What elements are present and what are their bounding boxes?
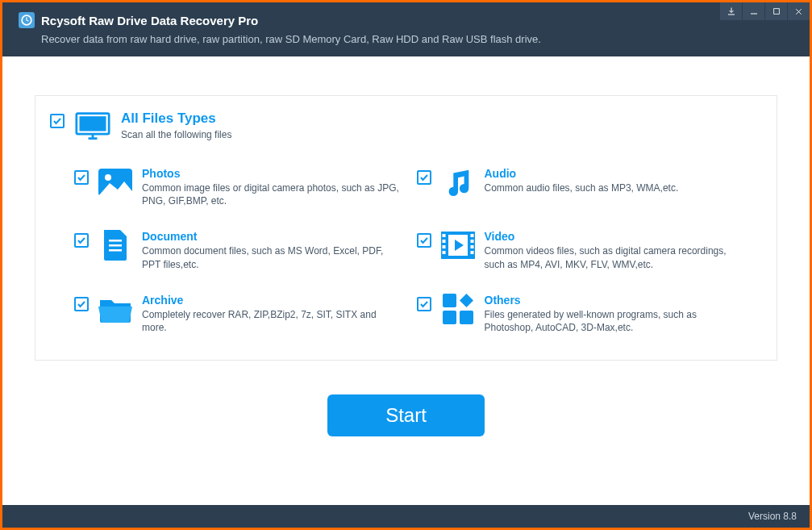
- category-video: Video Common videos files, such as digit…: [417, 230, 760, 270]
- category-document: Document Common document files, such as …: [74, 230, 417, 270]
- svg-rect-23: [470, 245, 473, 248]
- svg-rect-19: [442, 245, 445, 248]
- svg-rect-26: [443, 294, 456, 307]
- photos-icon: [98, 167, 132, 198]
- svg-rect-6: [80, 116, 106, 131]
- svg-rect-12: [109, 244, 122, 247]
- checkbox-all[interactable]: [50, 114, 65, 128]
- category-archive-title: Archive: [142, 294, 401, 307]
- close-button[interactable]: [787, 2, 810, 20]
- file-types-panel: All Files Types Scan all the following f…: [35, 95, 777, 361]
- category-photos: Photos Common image files or digital cam…: [74, 167, 417, 207]
- svg-rect-22: [470, 240, 473, 243]
- svg-rect-27: [460, 311, 473, 324]
- category-audio-desc: Common audio files, such as MP3, WMA,etc…: [485, 182, 743, 194]
- svg-point-10: [105, 174, 111, 181]
- download-button[interactable]: [719, 2, 742, 20]
- category-all: All Files Types Scan all the following f…: [50, 111, 759, 143]
- category-document-desc: Common document files, such as MS Word, …: [142, 244, 401, 270]
- checkbox-audio[interactable]: [417, 170, 431, 185]
- checkbox-photos[interactable]: [74, 170, 89, 185]
- category-video-title: Video: [485, 230, 743, 243]
- app-subtitle: Recover data from raw hard drive, raw pa…: [41, 33, 793, 45]
- svg-rect-24: [470, 251, 473, 254]
- others-icon: [441, 294, 475, 324]
- svg-rect-11: [109, 240, 122, 242]
- svg-rect-2: [773, 9, 779, 15]
- category-document-title: Document: [142, 230, 401, 243]
- category-audio: Audio Common audio files, such as MP3, W…: [417, 167, 760, 207]
- category-all-title: All Files Types: [121, 111, 759, 127]
- checkbox-document[interactable]: [74, 233, 89, 248]
- video-icon: [441, 230, 475, 261]
- svg-rect-28: [443, 311, 456, 324]
- monitor-icon: [74, 111, 111, 143]
- window-controls: [719, 2, 810, 20]
- title-bar: Rcysoft Raw Drive Data Recovery Pro Reco…: [2, 2, 810, 56]
- category-archive: Archive Completely recover RAR, ZIP,BZip…: [74, 294, 417, 334]
- category-photos-title: Photos: [142, 167, 401, 180]
- category-others-title: Others: [485, 294, 743, 307]
- category-others: Others Files generated by well-known pro…: [417, 294, 760, 334]
- archive-icon: [98, 294, 132, 324]
- checkbox-archive[interactable]: [74, 297, 89, 311]
- app-title: Rcysoft Raw Drive Data Recovery Pro: [41, 14, 258, 27]
- svg-rect-13: [109, 249, 122, 252]
- svg-rect-21: [470, 234, 473, 237]
- main-content: All Files Types Scan all the following f…: [2, 56, 810, 436]
- category-photos-desc: Common image files or digital camera pho…: [142, 182, 401, 207]
- svg-rect-20: [442, 251, 445, 254]
- checkbox-others[interactable]: [417, 297, 431, 311]
- app-logo-icon: [19, 12, 35, 28]
- checkbox-video[interactable]: [417, 233, 431, 248]
- minimize-button[interactable]: [742, 2, 764, 20]
- category-archive-desc: Completely recover RAR, ZIP,BZip2, 7z, S…: [142, 308, 401, 334]
- category-video-desc: Common videos files, such as digital cam…: [485, 244, 743, 270]
- svg-rect-17: [442, 234, 445, 237]
- category-all-desc: Scan all the following files: [121, 128, 759, 141]
- category-others-desc: Files generated by well-known programs, …: [485, 308, 743, 334]
- category-audio-title: Audio: [485, 167, 743, 180]
- version-label: Version 8.8: [748, 511, 797, 522]
- svg-rect-18: [442, 240, 445, 243]
- document-icon: [98, 230, 132, 261]
- audio-icon: [441, 167, 475, 198]
- start-button[interactable]: Start: [327, 394, 485, 436]
- status-bar: Version 8.8: [2, 505, 810, 528]
- maximize-button[interactable]: [764, 2, 787, 20]
